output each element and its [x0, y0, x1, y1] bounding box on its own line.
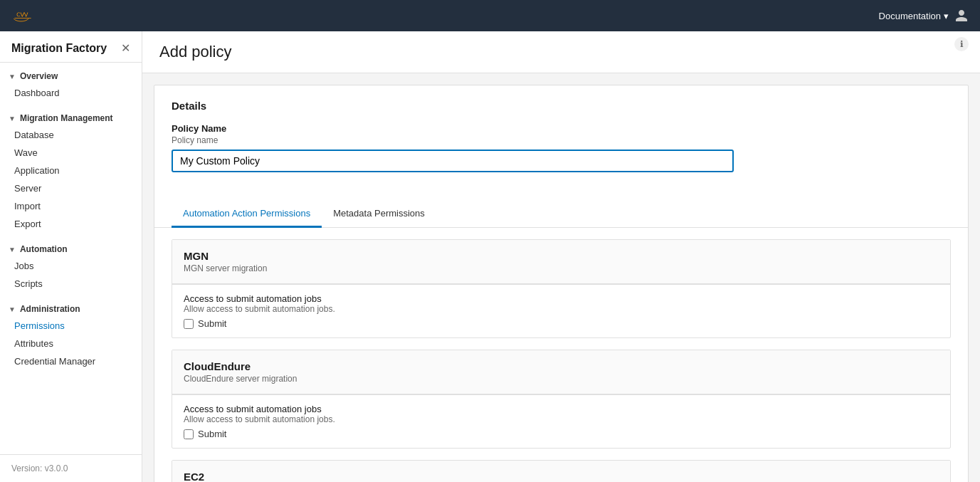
administration-section-header[interactable]: ▼ Administration: [0, 301, 142, 317]
policy-name-group: Policy Name Policy name: [172, 123, 951, 172]
tab-automation-label: Automation Action Permissions: [183, 208, 310, 219]
automation-section-header[interactable]: ▼ Automation: [0, 241, 142, 257]
administration-label: Administration: [20, 304, 80, 314]
automation-chevron: ▼: [9, 246, 16, 253]
migration-label: Migration Management: [20, 113, 113, 123]
sidebar-item-server[interactable]: Server: [0, 179, 142, 197]
sidebar-item-database[interactable]: Database: [0, 126, 142, 144]
mgn-submit-row: Submit: [184, 318, 939, 329]
overview-chevron: ▼: [9, 73, 16, 80]
page-title: Add policy: [159, 43, 963, 61]
info-icon[interactable]: ℹ: [954, 37, 969, 51]
ec2-title: EC2: [184, 471, 939, 482]
migration-chevron: ▼: [9, 115, 16, 122]
documentation-label: Documentation: [879, 11, 941, 21]
details-card: Details Policy Name Policy name Automati…: [154, 85, 969, 482]
cloudendure-header: CloudEndure CloudEndure server migration: [172, 350, 950, 394]
mgn-submit-title: Access to submit automation jobs: [184, 293, 939, 304]
mgn-submit-desc: Allow access to submit automation jobs.: [184, 304, 939, 314]
sidebar-item-wave[interactable]: Wave: [0, 144, 142, 162]
migration-section-header[interactable]: ▼ Migration Management: [0, 110, 142, 126]
sidebar-section-migration: ▼ Migration Management Database Wave App…: [0, 105, 142, 236]
cloudendure-submit-label[interactable]: Submit: [198, 429, 226, 439]
close-icon[interactable]: ✕: [121, 41, 130, 55]
sidebar-section-overview: ▼ Overview Dashboard: [0, 63, 142, 105]
sidebar-item-dashboard[interactable]: Dashboard: [0, 84, 142, 102]
mgn-subtitle: MGN server migration: [184, 263, 939, 273]
cloudendure-submit-checkbox[interactable]: [184, 429, 194, 439]
policy-name-sublabel: Policy name: [172, 135, 951, 145]
mgn-submit-checkbox[interactable]: [184, 319, 194, 329]
sidebar-version: Version: v3.0.0: [0, 454, 142, 482]
mgn-title: MGN: [184, 250, 939, 262]
cloudendure-subtitle: CloudEndure server migration: [184, 374, 939, 384]
sidebar-item-scripts[interactable]: Scripts: [0, 275, 142, 293]
permission-group-ec2: EC2 New EC2 Build Access to submit autom…: [172, 460, 951, 482]
permission-group-cloudendure: CloudEndure CloudEndure server migration…: [172, 350, 951, 449]
sidebar-item-permissions[interactable]: Permissions: [0, 317, 142, 335]
administration-chevron: ▼: [9, 305, 16, 313]
cloudendure-title: CloudEndure: [184, 360, 939, 372]
sidebar: Migration Factory ✕ ▼ Overview Dashboard…: [0, 31, 142, 482]
mgn-submit-item: Access to submit automation jobs Allow a…: [172, 284, 950, 337]
sidebar-item-import[interactable]: Import: [0, 197, 142, 215]
permission-group-mgn: MGN MGN server migration Access to submi…: [172, 239, 951, 338]
sidebar-item-export[interactable]: Export: [0, 215, 142, 233]
cloudendure-submit-item: Access to submit automation jobs Allow a…: [172, 394, 950, 448]
top-nav: Documentation ▾: [0, 0, 980, 31]
tabs-container: Automation Action Permissions Metadata P…: [154, 201, 968, 228]
policy-name-input[interactable]: [172, 150, 734, 172]
cloudendure-submit-title: Access to submit automation jobs: [184, 404, 939, 414]
docs-chevron: ▾: [944, 11, 949, 21]
details-section: Details Policy Name Policy name: [154, 85, 968, 189]
sidebar-item-jobs[interactable]: Jobs: [0, 257, 142, 275]
policy-name-label: Policy Name: [172, 123, 951, 134]
sidebar-section-automation: ▼ Automation Jobs Scripts: [0, 236, 142, 295]
sidebar-section-administration: ▼ Administration Permissions Attributes …: [0, 295, 142, 373]
mgn-header: MGN MGN server migration: [172, 240, 950, 284]
details-section-title: Details: [172, 100, 951, 112]
sidebar-title: Migration Factory: [11, 42, 107, 55]
sidebar-header: Migration Factory ✕: [0, 31, 142, 63]
aws-logo: [11, 8, 34, 24]
overview-section-header[interactable]: ▼ Overview: [0, 68, 142, 84]
automation-label: Automation: [20, 244, 68, 254]
user-icon[interactable]: [954, 9, 969, 23]
overview-label: Overview: [20, 71, 58, 81]
sidebar-item-attributes[interactable]: Attributes: [0, 335, 142, 352]
top-nav-right: Documentation ▾: [879, 9, 969, 23]
mgn-submit-label[interactable]: Submit: [198, 318, 226, 329]
main-content: Add policy Details Policy Name Policy na…: [142, 31, 980, 482]
ec2-header: EC2 New EC2 Build: [172, 461, 950, 482]
documentation-link[interactable]: Documentation ▾: [879, 11, 949, 21]
cloudendure-submit-desc: Allow access to submit automation jobs.: [184, 414, 939, 424]
sidebar-item-credential-manager[interactable]: Credential Manager: [0, 352, 142, 370]
permissions-content: MGN MGN server migration Access to submi…: [154, 239, 968, 482]
svg-rect-0: [14, 18, 31, 19]
main-header: Add policy: [142, 31, 980, 73]
tab-metadata-label: Metadata Permissions: [333, 208, 425, 219]
cloudendure-submit-row: Submit: [184, 429, 939, 439]
tab-metadata-permissions[interactable]: Metadata Permissions: [322, 201, 436, 228]
sidebar-item-application[interactable]: Application: [0, 162, 142, 179]
tab-automation-action-permissions[interactable]: Automation Action Permissions: [172, 201, 322, 228]
